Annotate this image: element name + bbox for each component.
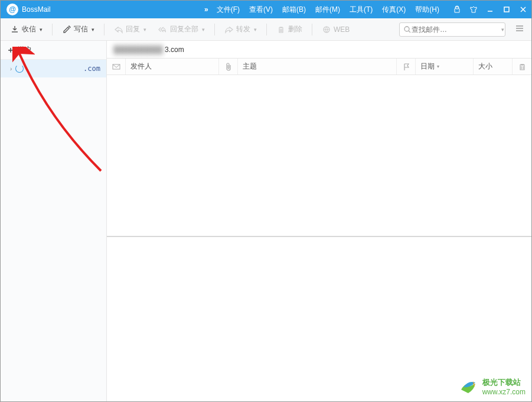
- column-envelope[interactable]: [107, 59, 126, 74]
- reply-label: 回复: [126, 24, 140, 34]
- content-area: ████████ 3.com 发件人 主题 日期 ▾: [107, 41, 531, 401]
- reply-all-button[interactable]: 回复全部 ▾: [154, 22, 210, 37]
- lock-icon[interactable]: [449, 1, 465, 18]
- menu-help[interactable]: 帮助(H): [410, 1, 444, 18]
- delete-label: 删除: [288, 24, 302, 34]
- sort-desc-icon: ▾: [437, 64, 439, 69]
- forward-icon: [224, 25, 234, 34]
- column-attachment[interactable]: [219, 59, 238, 74]
- receive-button[interactable]: 收信 ▾: [5, 22, 47, 37]
- svg-line-6: [409, 31, 410, 33]
- watermark-line1: 极光下载站: [482, 378, 526, 387]
- column-flag[interactable]: [397, 59, 416, 74]
- reply-all-label: 回复全部: [170, 24, 198, 34]
- column-sender-label: 发件人: [130, 61, 152, 72]
- app-logo-area: @ BossMail: [1, 4, 57, 15]
- sidebar-account-item[interactable]: › .com: [1, 60, 106, 77]
- svg-rect-1: [504, 7, 509, 12]
- list-view-toggle[interactable]: [513, 21, 527, 37]
- blurred-text: ████████: [114, 46, 164, 54]
- maximize-button[interactable]: [498, 1, 515, 18]
- trash-icon: [276, 25, 286, 34]
- chevron-down-icon: ▾: [143, 27, 146, 33]
- globe-icon: [322, 25, 331, 34]
- skin-icon[interactable]: [465, 1, 482, 18]
- separator: [104, 24, 105, 35]
- separator: [214, 24, 215, 35]
- edit-icon: [62, 25, 71, 34]
- compose-button[interactable]: 写信 ▾: [57, 22, 99, 37]
- account-label: .com: [27, 64, 103, 73]
- main-area: ＋ 帐户 › .com ████████ 3.com 发件人 主题: [1, 41, 531, 401]
- chevron-down-icon[interactable]: ▾: [501, 27, 504, 33]
- window-controls: [449, 1, 531, 18]
- watermark-icon: [458, 377, 479, 398]
- forward-button[interactable]: 转发 ▾: [220, 22, 262, 37]
- separator: [52, 24, 53, 35]
- plus-icon: ＋: [6, 45, 15, 56]
- column-trash[interactable]: [513, 59, 531, 74]
- watermark-text: 极光下载站 www.xz7.com: [482, 378, 526, 397]
- app-logo-icon: @: [6, 4, 18, 15]
- trash-icon: [518, 63, 526, 71]
- chevron-down-icon: ▾: [40, 27, 43, 33]
- receive-label: 收信: [22, 24, 36, 34]
- app-title: BossMail: [22, 5, 51, 14]
- chevron-down-icon: ▾: [254, 27, 257, 33]
- sidebar: ＋ 帐户 › .com: [1, 41, 107, 401]
- account-title-bar: ████████ 3.com: [107, 41, 531, 59]
- forward-label: 转发: [236, 24, 250, 34]
- menu-view[interactable]: 查看(V): [244, 1, 278, 18]
- menu-tool[interactable]: 工具(T): [345, 1, 377, 18]
- flag-icon: [403, 63, 410, 71]
- menu-file[interactable]: 文件(F): [212, 1, 244, 18]
- menu-overflow-icon[interactable]: »: [201, 5, 212, 14]
- chevron-right-icon: ›: [10, 66, 12, 72]
- column-size-label: 大小: [478, 61, 492, 72]
- close-button[interactable]: [515, 1, 531, 18]
- paperclip-icon: [225, 63, 232, 71]
- search-box[interactable]: ▾: [399, 22, 505, 37]
- column-subject-label: 主题: [243, 61, 257, 72]
- envelope-icon: [112, 63, 120, 70]
- reply-icon: [114, 25, 123, 34]
- column-subject[interactable]: 主题: [238, 59, 397, 74]
- add-account-button[interactable]: ＋ 帐户: [1, 41, 106, 60]
- column-size[interactable]: 大小: [474, 59, 513, 74]
- delete-button[interactable]: 删除: [272, 22, 307, 37]
- column-sender[interactable]: 发件人: [126, 59, 219, 74]
- watermark: 极光下载站 www.xz7.com: [458, 377, 526, 398]
- reply-button[interactable]: 回复 ▾: [109, 22, 151, 37]
- menu-mailbox[interactable]: 邮箱(B): [278, 1, 311, 18]
- mail-list-pane[interactable]: [107, 75, 531, 236]
- watermark-line2: www.xz7.com: [482, 387, 526, 397]
- download-icon: [10, 25, 19, 34]
- loading-icon: [15, 64, 24, 73]
- toolbar: 收信 ▾ 写信 ▾ 回复 ▾ 回复全部 ▾ 转发 ▾ 删除: [1, 18, 531, 41]
- menu-mail[interactable]: 邮件(M): [311, 1, 345, 18]
- search-input[interactable]: [412, 25, 500, 34]
- column-date-label: 日期: [420, 61, 435, 72]
- separator: [266, 24, 267, 35]
- add-account-label: 帐户: [17, 45, 31, 55]
- chevron-down-icon: ▾: [202, 27, 205, 33]
- web-label: WEB: [334, 25, 350, 34]
- column-date[interactable]: 日期 ▾: [416, 59, 474, 74]
- menu-fax[interactable]: 传真(X): [377, 1, 410, 18]
- web-button[interactable]: WEB: [317, 22, 354, 37]
- columns-header: 发件人 主题 日期 ▾ 大小: [107, 59, 531, 75]
- title-bar: @ BossMail » 文件(F) 查看(V) 邮箱(B) 邮件(M) 工具(…: [1, 1, 531, 18]
- svg-point-5: [404, 27, 409, 31]
- chevron-down-icon: ▾: [92, 27, 94, 33]
- account-suffix: 3.com: [165, 46, 184, 54]
- reply-all-icon: [158, 25, 168, 34]
- compose-label: 写信: [74, 24, 88, 34]
- menu-bar: » 文件(F) 查看(V) 邮箱(B) 邮件(M) 工具(T) 传真(X) 帮助…: [201, 1, 531, 18]
- separator: [312, 24, 312, 35]
- search-icon: [403, 25, 412, 34]
- minimize-button[interactable]: [482, 1, 498, 18]
